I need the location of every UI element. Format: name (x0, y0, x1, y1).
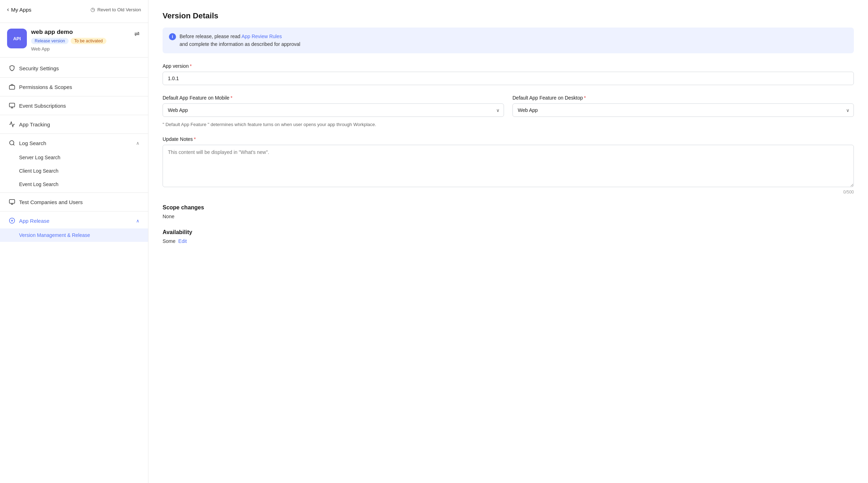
sidebar-item-label: Security Settings (19, 65, 59, 71)
update-notes-textarea[interactable] (163, 145, 854, 187)
chevron-up-icon-2: ∧ (136, 218, 140, 223)
divider-1 (0, 77, 148, 78)
revert-label: Revert to Old Version (97, 7, 141, 12)
update-notes-label: Update Notes * (163, 136, 854, 142)
mobile-select-wrapper: Web App Native App Bot ∨ (163, 103, 504, 117)
app-meta: web app demo Release version To be activ… (31, 29, 129, 52)
update-notes-section: Update Notes * 0/500 (163, 136, 854, 195)
sidebar-item-label: Event Subscriptions (19, 103, 66, 109)
sub-nav-label: Server Log Search (19, 155, 60, 160)
activate-badge: To be activated (71, 38, 106, 44)
info-icon: i (169, 33, 176, 40)
sidebar-item-label: App Tracking (19, 121, 50, 127)
transfer-icon: ⇌ (134, 30, 140, 37)
main-content: Version Details i Before release, please… (148, 0, 868, 483)
sidebar-item-label: Permissions & Scopes (19, 84, 72, 90)
app-badges: Release version To be activated (31, 38, 129, 44)
sidebar-item-label: Test Companies and Users (19, 199, 83, 205)
release-badge: Release version (31, 38, 69, 44)
log-icon (8, 139, 16, 147)
app-type: Web App (31, 46, 129, 52)
plus-circle-icon (8, 217, 16, 224)
chart-icon (8, 121, 16, 128)
required-star-2: * (230, 95, 232, 101)
nav-section: Security Settings Permissions & Scopes E… (0, 58, 148, 245)
textarea-counter: 0/500 (163, 190, 854, 195)
app-review-link[interactable]: App Review Rules (241, 34, 282, 39)
svg-rect-1 (10, 103, 15, 107)
app-icon: API (7, 29, 27, 48)
desktop-feature-section: Default App Feature on Desktop * Web App… (512, 95, 854, 117)
svg-rect-0 (10, 85, 15, 89)
sidebar-item-label: Log Search (19, 140, 46, 146)
sidebar-item-version-mgmt[interactable]: Version Management & Release (0, 228, 148, 242)
sidebar-item-log[interactable]: Log Search ∧ (0, 135, 148, 151)
log-sub-nav: Server Log Search Client Log Search Even… (0, 151, 148, 191)
revert-button[interactable]: ◷ Revert to Old Version (90, 6, 141, 13)
availability-edit-link[interactable]: Edit (178, 238, 187, 244)
page-title: Version Details (163, 11, 854, 20)
sidebar-item-label: App Release (19, 218, 49, 224)
banner-text-before: Before release, please read (180, 34, 241, 39)
scope-changes-section: Scope changes None (163, 204, 854, 219)
availability-value: Some (163, 238, 176, 244)
sidebar: ‹ My Apps ◷ Revert to Old Version API we… (0, 0, 148, 483)
sidebar-item-permissions[interactable]: Permissions & Scopes (0, 79, 148, 95)
back-arrow-icon: ‹ (7, 6, 9, 13)
transfer-button[interactable]: ⇌ (133, 29, 141, 39)
monitor-icon (8, 102, 16, 109)
users-icon (8, 198, 16, 205)
sidebar-item-events[interactable]: Event Subscriptions (0, 98, 148, 113)
svg-point-4 (10, 141, 14, 145)
feature-dropdowns: Default App Feature on Mobile * Web App … (163, 95, 854, 117)
sub-nav-label: Event Log Search (19, 181, 58, 187)
sub-nav-label: Client Log Search (19, 168, 58, 174)
sidebar-item-release[interactable]: App Release ∧ (0, 213, 148, 228)
desktop-label: Default App Feature on Desktop * (512, 95, 854, 101)
svg-rect-6 (10, 199, 15, 203)
chevron-up-icon: ∧ (136, 141, 140, 146)
info-banner: i Before release, please read App Review… (163, 28, 854, 53)
app-version-section: App version * (163, 63, 854, 85)
divider-4 (0, 133, 148, 134)
scope-changes-value: None (163, 214, 854, 219)
sidebar-item-client-log[interactable]: Client Log Search (0, 164, 148, 178)
mobile-label: Default App Feature on Mobile * (163, 95, 504, 101)
app-name: web app demo (31, 29, 129, 36)
app-version-input[interactable] (163, 72, 854, 85)
availability-section: Availability Some Edit (163, 229, 854, 244)
divider-6 (0, 211, 148, 211)
sidebar-item-test[interactable]: Test Companies and Users (0, 194, 148, 210)
bag-icon (8, 83, 16, 90)
mobile-feature-select[interactable]: Web App Native App Bot (163, 103, 504, 117)
clock-icon: ◷ (90, 6, 95, 13)
desktop-select-wrapper: Web App Native App Bot ∨ (512, 103, 854, 117)
shield-icon (8, 65, 16, 72)
sidebar-item-tracking[interactable]: App Tracking (0, 117, 148, 132)
availability-label: Availability (163, 229, 854, 235)
required-star-3: * (584, 95, 586, 101)
sidebar-item-security[interactable]: Security Settings (0, 60, 148, 76)
required-star: * (190, 63, 192, 69)
back-label: My Apps (11, 7, 31, 13)
sub-nav-label: Version Management & Release (19, 232, 90, 238)
desktop-feature-select[interactable]: Web App Native App Bot (512, 103, 854, 117)
divider-5 (0, 192, 148, 193)
sidebar-item-event-log[interactable]: Event Log Search (0, 178, 148, 191)
banner-text-after: and complete the information as describe… (180, 41, 300, 47)
sidebar-item-server-log[interactable]: Server Log Search (0, 151, 148, 164)
mobile-feature-section: Default App Feature on Mobile * Web App … (163, 95, 504, 117)
app-version-label: App version * (163, 63, 854, 69)
svg-line-5 (13, 144, 14, 145)
availability-row: Some Edit (163, 238, 854, 244)
required-star-4: * (194, 136, 196, 142)
app-info: API web app demo Release version To be a… (0, 23, 148, 58)
divider-2 (0, 96, 148, 96)
release-sub-nav: Version Management & Release (0, 228, 148, 242)
feature-hint: " Default App Feature " determines which… (163, 121, 854, 128)
sidebar-top: ‹ My Apps ◷ Revert to Old Version (0, 0, 148, 23)
banner-text: Before release, please read App Review R… (180, 32, 300, 48)
divider-3 (0, 115, 148, 115)
scope-changes-label: Scope changes (163, 204, 854, 211)
